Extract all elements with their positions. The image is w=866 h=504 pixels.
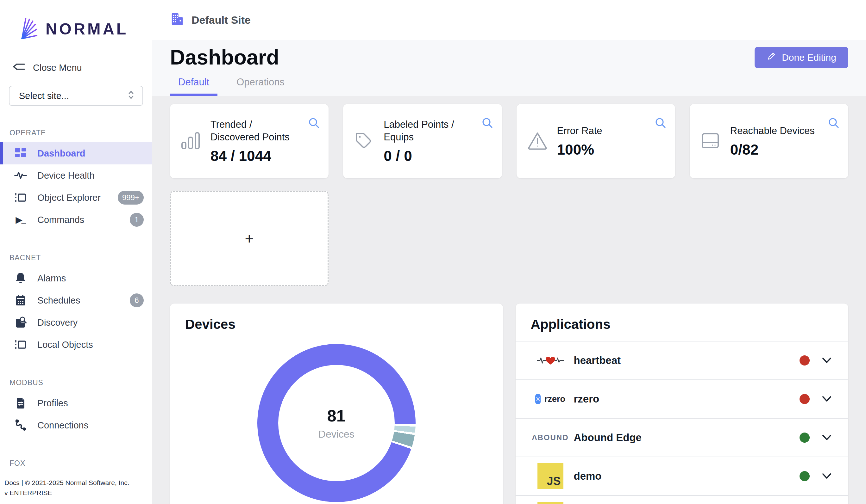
app-row-heartbeat[interactable]: heartbeat: [515, 341, 848, 379]
sidebar-item-device-health[interactable]: Device Health: [0, 164, 152, 186]
stat-value: 0 / 0: [384, 147, 454, 164]
version-text: v ENTERPRISE: [4, 488, 146, 498]
app-name: rzero: [574, 393, 599, 405]
count-badge: 999+: [118, 191, 144, 205]
hero-header: Dashboard Done Editing Default Operation…: [152, 40, 866, 96]
sidebar-item-label: Alarms: [37, 273, 66, 284]
stat-card-trended-points: Trended /Discovered Points 84 / 1044: [170, 104, 329, 178]
app-name: Abound Edge: [574, 432, 642, 444]
main-area: Default Site Dashboard Done Editing Defa…: [152, 0, 866, 504]
sidebar-item-fox-connections[interactable]: Connections: [0, 473, 152, 478]
sidebar-item-modbus-connections[interactable]: Connections: [0, 414, 152, 436]
warning-triangle-icon: [527, 131, 548, 151]
donut-center-value: 81: [327, 406, 346, 425]
sidebar-item-alarms[interactable]: Alarms: [0, 267, 152, 289]
done-editing-label: Done Editing: [782, 52, 836, 63]
document-icon: [14, 397, 27, 410]
building-icon: [170, 12, 185, 28]
site-select-dropdown[interactable]: Select site...: [9, 86, 143, 106]
search-icon[interactable]: [481, 117, 494, 130]
devices-donut-chart[interactable]: 81 Devices: [257, 344, 415, 502]
site-select-value: Select site...: [19, 91, 69, 101]
sidebar: NORMAL Close Menu Select site... OPERATE: [0, 0, 152, 504]
section-label: MODBUS: [0, 378, 152, 387]
brand-wordmark: NORMAL: [46, 20, 128, 38]
sidebar-item-object-explorer[interactable]: Object Explorer 999+: [0, 186, 152, 209]
devices-panel-title: Devices: [170, 303, 503, 341]
status-dot: [800, 433, 810, 443]
bell-icon: [14, 272, 27, 285]
sidebar-item-label: Profiles: [37, 398, 68, 409]
close-menu-label: Close Menu: [33, 62, 82, 73]
tag-icon: [354, 131, 375, 152]
sidebar-item-profiles[interactable]: Profiles: [0, 392, 152, 414]
dashboard-content: Trended /Discovered Points 84 / 1044: [152, 96, 866, 504]
footer-separator: |: [22, 479, 23, 486]
rzero-logo-icon: ✳ rzero: [536, 394, 565, 404]
object-frame-icon: [14, 191, 27, 204]
sidebar-section-operate: OPERATE Dashboard Device Health: [0, 129, 152, 231]
section-label: OPERATE: [0, 129, 152, 137]
collapse-menu-icon: [13, 61, 25, 74]
chevron-down-icon[interactable]: [822, 473, 832, 480]
done-editing-button[interactable]: Done Editing: [755, 47, 848, 68]
pencil-icon: [767, 51, 776, 63]
sidebar-item-schedules[interactable]: Schedules 6: [0, 289, 152, 311]
search-icon[interactable]: [654, 117, 667, 130]
stat-card-labeled-points: Labeled Points /Equips 0 / 0: [343, 104, 502, 178]
app-row-abound-edge[interactable]: ΛBOUND Abound Edge: [515, 418, 848, 457]
chevron-down-icon[interactable]: [822, 434, 832, 441]
plus-icon: +: [245, 230, 254, 247]
site-name: Default Site: [191, 14, 251, 26]
sidebar-item-discovery[interactable]: Discovery: [0, 311, 152, 334]
close-menu-button[interactable]: Close Menu: [13, 61, 152, 74]
devices-panel: Devices 81 Devices: [170, 303, 503, 504]
page-title: Dashboard: [170, 46, 279, 68]
app-row-demo[interactable]: JS demo: [515, 457, 848, 495]
add-widget-button[interactable]: +: [170, 191, 329, 286]
bar-chart-icon: [181, 131, 202, 151]
sidebar-item-local-objects[interactable]: Local Objects: [0, 334, 152, 356]
bottom-row: Devices 81 Devices Applications: [170, 303, 848, 504]
app-name: demo: [574, 470, 602, 482]
search-icon[interactable]: [308, 117, 320, 130]
sidebar-item-commands[interactable]: ▶_ Commands 1: [0, 209, 152, 231]
brand-logo: NORMAL: [0, 0, 152, 41]
stat-card-reachable-devices: Reachable Devices 0/82: [690, 104, 848, 178]
sidebar-item-label: Dashboard: [37, 148, 85, 159]
count-badge: 6: [130, 294, 144, 307]
sidebar-section-fox: FOX Connections: [0, 459, 152, 478]
app-row-partial[interactable]: JS: [515, 495, 848, 504]
tab-operations[interactable]: Operations: [228, 77, 293, 96]
applications-panel: Applications heartbeat: [515, 303, 848, 504]
stat-card-error-rate: Error Rate 100%: [517, 104, 675, 178]
section-label: FOX: [0, 459, 152, 468]
sidebar-item-dashboard[interactable]: Dashboard: [0, 142, 152, 164]
abound-logo-icon: ΛBOUND: [536, 433, 565, 442]
stat-label: Error Rate: [557, 125, 602, 137]
stat-value: 100%: [557, 141, 602, 158]
js-logo-icon: JS: [536, 463, 565, 489]
app-name: heartbeat: [574, 354, 621, 366]
tab-default[interactable]: Default: [170, 77, 218, 96]
app-row-rzero[interactable]: ✳ rzero rzero: [515, 379, 848, 418]
status-dot: [800, 471, 810, 481]
heartbeat-ecg-logo-icon: [536, 354, 565, 367]
sidebar-section-modbus: MODBUS Profiles: [0, 378, 152, 436]
docs-link[interactable]: Docs: [4, 479, 20, 486]
chevron-down-icon[interactable]: [822, 357, 832, 364]
dashboard-grid-icon: [14, 147, 27, 160]
section-label: BACNET: [0, 254, 152, 262]
stat-label: Trended /Discovered Points: [210, 118, 290, 144]
search-icon[interactable]: [828, 117, 840, 130]
copyright-text: © 2021-2025 Normal Software, Inc.: [25, 479, 129, 486]
sidebar-item-label: Commands: [37, 215, 84, 225]
js-logo-icon: JS: [536, 502, 565, 504]
status-dot: [800, 355, 810, 366]
stat-label: Reachable Devices: [730, 125, 815, 137]
plug-cable-icon: [14, 419, 27, 432]
sidebar-item-label: Connections: [37, 420, 88, 431]
chevron-down-icon[interactable]: [822, 396, 832, 402]
terminal-icon: ▶_: [14, 213, 27, 226]
topbar: Default Site: [152, 0, 866, 40]
